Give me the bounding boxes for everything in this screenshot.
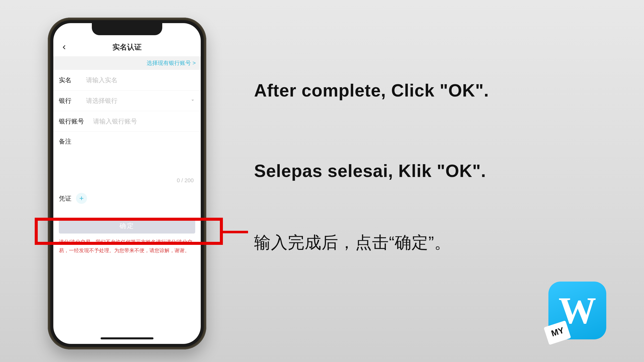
bank-row[interactable]: 银行 请选择银行	[53, 90, 201, 111]
highlight-box	[35, 218, 223, 245]
voucher-label: 凭证	[59, 194, 71, 203]
bank-label: 银行	[59, 97, 82, 105]
bank-placeholder: 请选择银行	[86, 97, 117, 105]
realname-row[interactable]: 实名 请输入实名	[53, 70, 201, 90]
add-voucher-button[interactable]: +	[76, 193, 87, 204]
page-title: 实名认证	[112, 42, 142, 52]
back-button[interactable]	[59, 42, 69, 52]
phone-screen: 实名认证 选择现有银行账号 > 实名 请输入实名 银行 请选择银行 银行账号 请…	[53, 23, 201, 344]
app-content: 实名认证 选择现有银行账号 > 实名 请输入实名 银行 请选择银行 银行账号 请…	[53, 23, 201, 344]
voucher-row: 凭证 +	[53, 185, 201, 211]
chevron-down-icon	[190, 98, 195, 103]
memo-label: 备注	[59, 138, 71, 145]
select-existing-account-link[interactable]: 选择现有银行账号 >	[53, 56, 201, 70]
plus-icon: +	[79, 194, 84, 203]
instruction-ms: Selepas selesai, Klik "OK".	[254, 161, 486, 181]
phone-notch	[92, 23, 162, 35]
account-row[interactable]: 银行账号 请输入银行账号	[53, 111, 201, 132]
app-badge: W MY	[548, 282, 606, 339]
chevron-left-icon	[62, 44, 67, 50]
instruction-en: After complete, Click "OK".	[254, 80, 489, 101]
titlebar: 实名认证	[53, 38, 201, 56]
memo-row[interactable]: 备注 0 / 200	[53, 132, 201, 185]
memo-textarea[interactable]: 0 / 200	[59, 148, 195, 185]
account-placeholder: 请输入银行账号	[93, 117, 137, 125]
account-label: 银行账号	[59, 117, 89, 125]
realname-label: 实名	[59, 76, 82, 84]
realname-placeholder: 请输入实名	[86, 76, 117, 84]
dropdown-chevron	[190, 97, 195, 104]
instruction-zh: 输入完成后，点击“确定”。	[254, 231, 451, 254]
highlight-connector	[223, 231, 248, 233]
home-indicator	[101, 337, 153, 339]
phone-mockup: 实名认证 选择现有银行账号 > 实名 请输入实名 银行 请选择银行 银行账号 请…	[48, 18, 206, 349]
memo-char-counter: 0 / 200	[177, 177, 194, 184]
